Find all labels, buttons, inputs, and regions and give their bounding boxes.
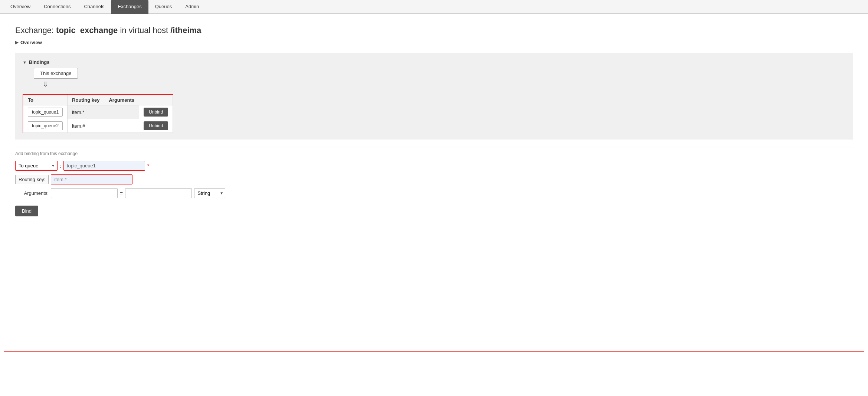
vhost: /itheima xyxy=(170,26,201,35)
bindings-label: Bindings xyxy=(29,59,50,65)
arguments-value-input[interactable] xyxy=(125,188,192,198)
tab-exchanges[interactable]: Exchanges xyxy=(111,0,148,14)
tab-bar: Overview Connections Channels Exchanges … xyxy=(0,0,868,14)
to-queue-select[interactable]: To queue To exchange xyxy=(16,161,49,170)
routing-key-row: Routing key: xyxy=(15,174,853,184)
bind-button[interactable]: Bind xyxy=(15,206,38,216)
tab-connections[interactable]: Connections xyxy=(37,0,77,14)
to-queue-input[interactable] xyxy=(63,161,145,171)
queue-box-2: topic_queue2 xyxy=(28,121,63,130)
overview-arrow: ▶ xyxy=(15,40,18,45)
arguments-key-input[interactable] xyxy=(51,188,118,198)
unbind-cell-1: Unbind xyxy=(139,105,173,119)
type-select-wrapper[interactable]: String Number Boolean ▼ xyxy=(194,188,225,198)
add-binding-section: Add binding from this exchange To queue … xyxy=(15,147,853,216)
binding-to-1: topic_queue1 xyxy=(23,105,68,119)
title-middle: in virtual host xyxy=(118,26,170,35)
bindings-section: ▼ Bindings This exchange ⇓ To Routing ke… xyxy=(15,53,853,140)
col-arguments: Arguments xyxy=(104,95,139,105)
type-select-arrow: ▼ xyxy=(218,189,225,197)
to-queue-row: To queue To exchange ▼ : * xyxy=(15,161,853,171)
bindings-table-wrapper: To Routing key Arguments topic_queue1 it… xyxy=(23,94,173,133)
arguments-1 xyxy=(104,105,139,119)
unbind-button-1[interactable]: Unbind xyxy=(144,108,168,117)
tab-queues[interactable]: Queues xyxy=(148,0,179,14)
arguments-row: Arguments: = String Number Boolean ▼ xyxy=(15,188,853,198)
routing-key-label: Routing key: xyxy=(15,175,49,184)
exchange-name: topic_exchange xyxy=(56,26,118,35)
binding-to-2: topic_queue2 xyxy=(23,119,68,133)
queue-box-1: topic_queue1 xyxy=(28,108,63,117)
table-row: topic_queue2 item.# Unbind xyxy=(23,119,173,133)
col-routing-key: Routing key xyxy=(68,95,104,105)
unbind-button-2[interactable]: Unbind xyxy=(144,121,168,130)
exchange-flow: This exchange ⇓ xyxy=(34,68,845,88)
tab-channels[interactable]: Channels xyxy=(77,0,111,14)
arguments-label: Arguments: xyxy=(15,190,49,196)
routing-key-input[interactable] xyxy=(51,174,132,184)
tab-admin[interactable]: Admin xyxy=(178,0,206,14)
bindings-toggle[interactable]: ▼ Bindings xyxy=(23,58,845,66)
equals-sign: = xyxy=(120,190,123,196)
routing-key-1: item.* xyxy=(68,105,104,119)
add-binding-title: Add binding from this exchange xyxy=(15,151,853,156)
table-row: topic_queue1 item.* Unbind xyxy=(23,105,173,119)
colon-1: : xyxy=(60,163,61,169)
bindings-arrow: ▼ xyxy=(23,60,27,65)
down-arrow: ⇓ xyxy=(43,80,48,88)
main-content: Exchange: topic_exchange in virtual host… xyxy=(4,18,864,352)
this-exchange-box: This exchange xyxy=(34,68,78,79)
to-queue-select-wrapper[interactable]: To queue To exchange ▼ xyxy=(15,161,58,171)
col-to: To xyxy=(23,95,68,105)
overview-section: ▶ Overview xyxy=(15,38,853,47)
overview-toggle[interactable]: ▶ Overview xyxy=(15,38,853,47)
to-queue-select-arrow: ▼ xyxy=(49,162,57,170)
bindings-table: To Routing key Arguments topic_queue1 it… xyxy=(23,95,173,133)
arguments-2 xyxy=(104,119,139,133)
col-action xyxy=(139,95,173,105)
overview-label: Overview xyxy=(20,40,42,45)
title-prefix: Exchange: xyxy=(15,26,56,35)
tab-overview[interactable]: Overview xyxy=(4,0,37,14)
required-star: * xyxy=(147,163,149,169)
unbind-cell-2: Unbind xyxy=(139,119,173,133)
routing-key-2: item.# xyxy=(68,119,104,133)
type-select[interactable]: String Number Boolean xyxy=(194,189,218,198)
page-title: Exchange: topic_exchange in virtual host… xyxy=(15,26,853,35)
